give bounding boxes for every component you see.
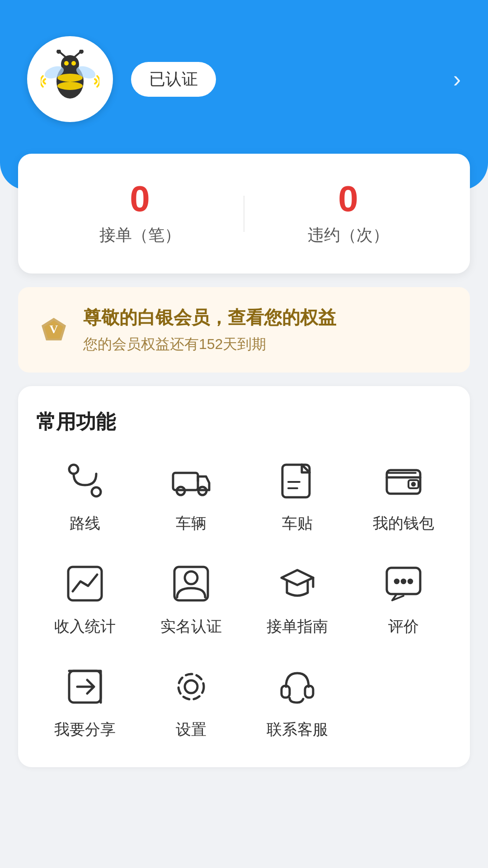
- feature-share[interactable]: 我要分享: [36, 664, 133, 740]
- features-card: 常用功能 路线: [18, 386, 470, 767]
- svg-point-9: [71, 61, 76, 66]
- share-icon: [62, 664, 108, 709]
- member-banner[interactable]: V 尊敬的白银会员，查看您的权益 您的会员权益还有152天到期: [18, 287, 470, 373]
- route-label: 路线: [70, 513, 100, 534]
- settings-icon: [169, 664, 214, 709]
- feature-realname[interactable]: 实名认证: [142, 561, 239, 637]
- svg-point-26: [412, 482, 415, 486]
- svg-rect-17: [173, 473, 198, 490]
- avatar[interactable]: [27, 36, 113, 122]
- svg-point-1: [57, 74, 83, 82]
- vehicle-icon: [169, 458, 214, 503]
- vip-icon: V: [38, 314, 70, 346]
- wallet-label: 我的钱包: [373, 513, 434, 534]
- sticker-label: 车贴: [282, 513, 313, 534]
- feature-guide[interactable]: 接单指南: [249, 561, 346, 637]
- wallet-icon: [381, 458, 426, 503]
- profile-chevron[interactable]: ›: [453, 66, 461, 93]
- orders-label: 接单（笔）: [36, 224, 244, 246]
- review-icon: [381, 561, 426, 606]
- svg-point-37: [185, 680, 197, 693]
- feature-sticker[interactable]: 车贴: [249, 458, 346, 534]
- route-icon: [62, 458, 108, 503]
- svg-point-8: [64, 61, 69, 66]
- svg-point-16: [92, 487, 101, 496]
- feature-settings[interactable]: 设置: [142, 664, 239, 740]
- violations-value: 0: [244, 181, 452, 217]
- income-label: 收入统计: [54, 616, 116, 637]
- sticker-icon: [275, 458, 320, 503]
- violations-label: 违约（次）: [244, 224, 452, 246]
- bee-icon: [41, 50, 99, 108]
- share-label: 我要分享: [54, 719, 116, 740]
- orders-stat[interactable]: 0 接单（笔）: [36, 181, 244, 246]
- member-title: 尊敬的白银会员，查看您的权益: [83, 305, 336, 330]
- support-icon: [275, 664, 320, 709]
- realname-label: 实名认证: [160, 616, 222, 637]
- svg-point-34: [401, 579, 406, 584]
- stats-card: 0 接单（笔） 0 违约（次）: [18, 154, 470, 274]
- settings-label: 设置: [176, 719, 206, 740]
- guide-label: 接单指南: [267, 616, 328, 637]
- feature-wallet[interactable]: 我的钱包: [355, 458, 452, 534]
- svg-point-2: [57, 82, 83, 90]
- svg-text:V: V: [50, 323, 58, 336]
- feature-vehicle[interactable]: 车辆: [142, 458, 239, 534]
- guide-icon: [275, 561, 320, 606]
- realname-icon: [169, 561, 214, 606]
- support-label: 联系客服: [267, 719, 328, 740]
- violations-stat[interactable]: 0 违约（次）: [244, 181, 452, 246]
- svg-point-3: [61, 55, 79, 73]
- review-label: 评价: [388, 616, 419, 637]
- certified-badge: 已认证: [131, 62, 216, 97]
- orders-value: 0: [36, 181, 244, 217]
- svg-point-15: [69, 465, 78, 474]
- svg-point-38: [178, 674, 204, 699]
- svg-point-29: [185, 571, 197, 584]
- features-grid: 路线 车辆: [36, 458, 452, 740]
- feature-support[interactable]: 联系客服: [249, 664, 346, 740]
- features-section-title: 常用功能: [36, 409, 452, 435]
- member-subtitle: 您的会员权益还有152天到期: [83, 335, 336, 354]
- feature-review[interactable]: 评价: [355, 561, 452, 637]
- feature-route[interactable]: 路线: [36, 458, 133, 534]
- svg-point-35: [408, 579, 413, 584]
- vehicle-label: 车辆: [176, 513, 206, 534]
- income-icon: [62, 561, 108, 606]
- feature-income[interactable]: 收入统计: [36, 561, 133, 637]
- svg-point-33: [394, 579, 399, 584]
